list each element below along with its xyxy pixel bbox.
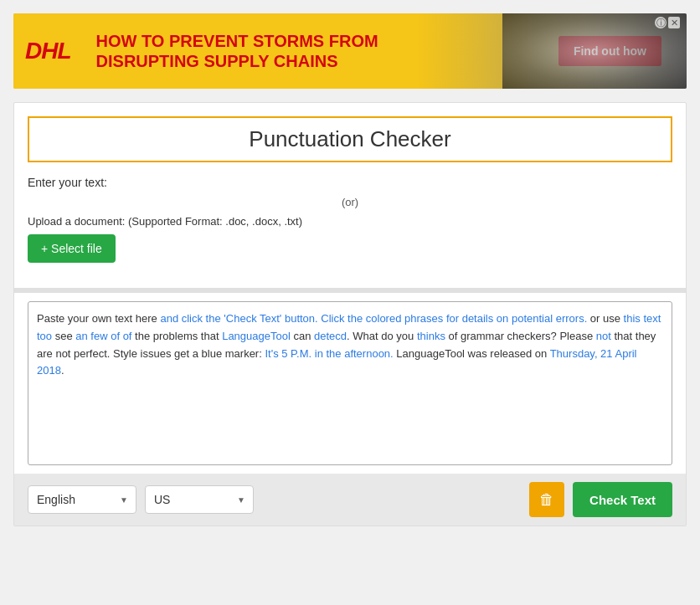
ad-info-icon[interactable]: ⓘ [655, 17, 667, 28]
ad-banner: DHL HOW TO PREVENT STORMS FROM DISRUPTIN… [13, 13, 687, 89]
check-text-button[interactable]: Check Text [573, 482, 672, 517]
ad-headline: HOW TO PREVENT STORMS FROM DISRUPTING SU… [96, 31, 545, 71]
dhl-logo-text: DHL [25, 38, 71, 64]
form-area: Enter your text: (or) Upload a document:… [14, 176, 686, 288]
language-select[interactable]: English French Spanish German Portuguese [28, 485, 136, 514]
trash-button[interactable]: 🗑 [529, 482, 564, 517]
upload-label: Upload a document: (Supported Format: .d… [28, 215, 672, 228]
dialect-select-wrapper: US UK AU CA [145, 485, 254, 514]
page-wrapper: DHL HOW TO PREVENT STORMS FROM DISRUPTIN… [0, 0, 700, 605]
or-text: (or) [28, 196, 672, 208]
dialect-select[interactable]: US UK AU CA [145, 485, 254, 514]
main-card: Punctuation Checker Enter your text: (or… [13, 102, 687, 526]
bottom-bar: English French Spanish German Portuguese… [14, 474, 686, 526]
enter-text-label: Enter your text: [28, 176, 672, 189]
language-select-wrapper: English French Spanish German Portuguese [28, 485, 136, 514]
ad-close-icon[interactable]: ✕ [668, 17, 680, 28]
title-bar: Punctuation Checker [28, 116, 672, 162]
select-file-button[interactable]: + Select file [28, 234, 116, 263]
ad-dhl-logo: DHL [13, 13, 83, 89]
trash-icon: 🗑 [539, 491, 554, 509]
text-input-area[interactable]: Paste your own text here and click the '… [28, 301, 672, 465]
page-title: Punctuation Checker [29, 126, 671, 152]
ad-text-block: HOW TO PREVENT STORMS FROM DISRUPTING SU… [83, 24, 558, 78]
textarea-wrapper: Paste your own text here and click the '… [14, 293, 686, 474]
